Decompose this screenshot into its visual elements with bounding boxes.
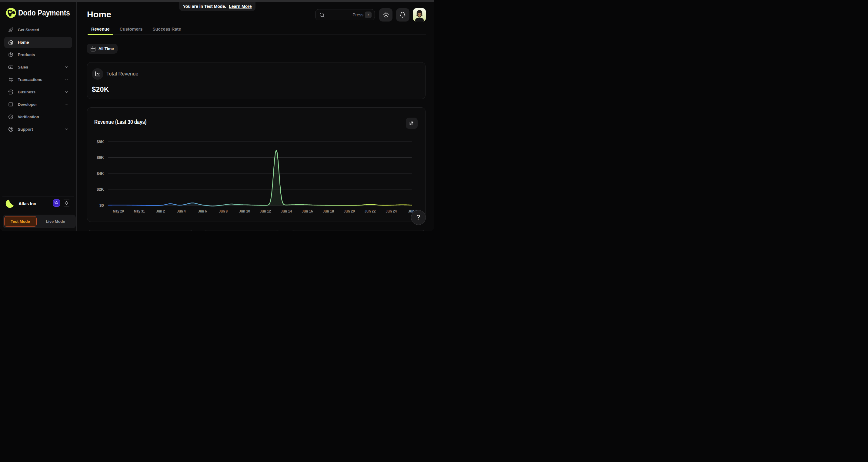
svg-text:$2K: $2K	[97, 187, 104, 192]
svg-text:Jun 16: Jun 16	[302, 209, 313, 213]
svg-text:$4K: $4K	[97, 171, 104, 176]
svg-text:Jun 6: Jun 6	[198, 209, 207, 213]
svg-text:Jun 10: Jun 10	[239, 209, 250, 213]
svg-text:Jun 2: Jun 2	[156, 209, 165, 213]
svg-text:Jun 14: Jun 14	[281, 209, 292, 213]
svg-text:Jun 24: Jun 24	[385, 209, 397, 213]
svg-text:Jun 22: Jun 22	[365, 209, 376, 213]
svg-text:Jun 20: Jun 20	[344, 209, 355, 213]
svg-text:Jun 12: Jun 12	[260, 209, 271, 213]
svg-text:Jun 8: Jun 8	[219, 209, 227, 213]
svg-text:May 31: May 31	[134, 209, 145, 213]
svg-text:Jun 4: Jun 4	[177, 209, 186, 213]
svg-text:Jun 18: Jun 18	[323, 209, 334, 213]
svg-text:May 29: May 29	[113, 209, 124, 213]
svg-text:$0: $0	[99, 203, 104, 208]
svg-text:$6K: $6K	[97, 155, 104, 160]
svg-text:$8K: $8K	[97, 139, 104, 144]
